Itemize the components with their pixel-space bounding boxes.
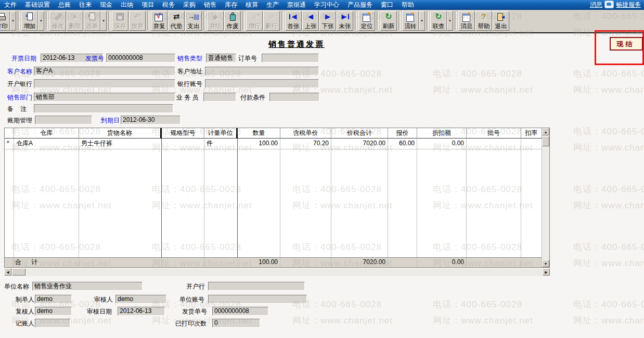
- menu-item[interactable]: 票据通: [283, 0, 310, 10]
- field-open-bank[interactable]: [208, 282, 305, 291]
- scroll-left-button[interactable]: ◀: [4, 268, 11, 276]
- field-print-count[interactable]: 0: [212, 319, 260, 328]
- toolbar-last-button[interactable]: 末张: [337, 11, 353, 31]
- field-due-date[interactable]: 2012-06-30: [121, 116, 181, 124]
- toolbar-next-button[interactable]: 下张: [319, 11, 336, 31]
- column-header-10[interactable]: 扣率: [521, 128, 542, 139]
- menu-item[interactable]: 产品服务: [343, 0, 377, 10]
- toolbar-refresh-button[interactable]: 刷新: [380, 11, 397, 31]
- toolbar-link-query-button[interactable]: 联查: [430, 11, 447, 31]
- chat-bubble-icon[interactable]: [604, 1, 614, 8]
- column-header-0[interactable]: 仓库: [14, 128, 79, 139]
- column-header-6[interactable]: 价税合计: [331, 128, 388, 139]
- toolbar-locate-button[interactable]: 定位: [358, 11, 375, 31]
- cell-6[interactable]: 7020.00: [331, 139, 388, 149]
- message-link[interactable]: 消息: [590, 1, 602, 8]
- column-header-9[interactable]: 批号: [467, 128, 521, 139]
- field-auditor[interactable]: demo: [115, 295, 166, 304]
- column-header-3[interactable]: 计量单位: [204, 128, 238, 139]
- scroll-up-button[interactable]: ▲: [542, 128, 549, 135]
- menu-item[interactable]: 往来: [75, 0, 96, 10]
- toolbar-void-button[interactable]: 作废: [224, 11, 241, 31]
- column-header-4[interactable]: 数量: [238, 128, 280, 139]
- cell-4[interactable]: 100.00: [238, 139, 280, 149]
- cell-3[interactable]: 件: [204, 139, 238, 149]
- toolbar-flow-button[interactable]: 流转: [402, 11, 419, 31]
- column-header-2[interactable]: 规格型号: [162, 128, 204, 139]
- field-bank[interactable]: [34, 79, 175, 88]
- menu-item[interactable]: 项目: [137, 0, 158, 10]
- toolbar-print-button[interactable]: 打印: [0, 11, 10, 31]
- menu-item[interactable]: 核算: [241, 0, 262, 10]
- field-order-no[interactable]: [262, 54, 319, 62]
- toolbar-unreview-button[interactable]: 弃复: [151, 11, 168, 31]
- toolbar-exit-button[interactable]: 退出: [493, 11, 509, 31]
- cell-7[interactable]: 60.00: [388, 139, 417, 149]
- toolbar-first-button[interactable]: 首张: [285, 11, 302, 31]
- menu-item[interactable]: 销售: [200, 0, 221, 10]
- field-unit-account[interactable]: [208, 295, 307, 304]
- cell-1[interactable]: 男士牛仔裤: [79, 139, 162, 149]
- column-header-7[interactable]: 报价: [388, 128, 417, 139]
- menu-item[interactable]: 现金: [96, 0, 117, 10]
- field-creator[interactable]: demo: [35, 295, 72, 304]
- field-remark[interactable]: [34, 104, 173, 113]
- menu-item[interactable]: 帮助: [397, 0, 418, 10]
- cell-10[interactable]: [521, 139, 542, 149]
- menu-item[interactable]: 总账: [54, 0, 75, 10]
- column-header-1[interactable]: 货物名称: [79, 128, 162, 139]
- field-audit-date[interactable]: 2012-06-13: [118, 307, 165, 316]
- field-invoice-no[interactable]: 0000000008: [106, 54, 175, 62]
- vertical-scroll-thumb[interactable]: [542, 136, 549, 146]
- horizontal-scroll-thumb[interactable]: [12, 268, 25, 276]
- table-row[interactable]: *仓库A男士牛仔裤件100.0070.207020.0060.000.00: [5, 139, 549, 149]
- service-link[interactable]: 畅捷服务: [616, 1, 641, 8]
- toolbar-add-dropdown[interactable]: ▼: [38, 11, 44, 31]
- toolbar-link-query-dropdown[interactable]: ▼: [447, 11, 453, 31]
- scroll-down-button[interactable]: ▼: [542, 260, 549, 267]
- field-customer-addr[interactable]: [205, 67, 319, 76]
- menu-item[interactable]: 文件: [0, 0, 21, 10]
- toolbar-flow-dropdown[interactable]: ▼: [419, 11, 425, 31]
- toolbar-message-button[interactable]: 消息: [458, 11, 475, 31]
- toolbar-payout-button[interactable]: 支出: [185, 11, 202, 31]
- cell-0[interactable]: 仓库A: [14, 139, 79, 149]
- toolbar-separator: [455, 11, 457, 30]
- menu-item[interactable]: 窗口: [377, 0, 397, 10]
- toolbar-help-button[interactable]: 帮助: [475, 11, 492, 31]
- field-sales-type[interactable]: 普通销售: [206, 54, 236, 62]
- field-bookkeeper[interactable]: [35, 319, 70, 328]
- cell-8[interactable]: 0.00: [417, 139, 467, 149]
- cell-5[interactable]: 70.20: [280, 139, 331, 149]
- field-salesman[interactable]: [203, 93, 236, 102]
- toolbar-print-dropdown[interactable]: ▼: [10, 11, 16, 31]
- toolbar-select-order-dropdown[interactable]: ▼: [100, 11, 107, 31]
- horizontal-scrollbar[interactable]: ◀ ▶: [4, 268, 550, 276]
- field-reviewer[interactable]: demo: [35, 307, 72, 316]
- menu-item[interactable]: 基础设置: [21, 0, 54, 10]
- toolbar-advance-button[interactable]: 代垫: [168, 11, 185, 31]
- menu-item[interactable]: 出纳: [117, 0, 137, 10]
- menu-item[interactable]: 库存: [221, 0, 241, 10]
- field-label-unit-account: 单位账号: [179, 296, 204, 303]
- field-payment-terms[interactable]: [269, 93, 319, 102]
- field-bank-account[interactable]: [205, 79, 319, 88]
- field-credit-mgmt[interactable]: [35, 116, 92, 124]
- column-header-5[interactable]: 含税单价: [280, 128, 331, 139]
- menu-item[interactable]: 采购: [179, 0, 200, 10]
- vertical-scrollbar[interactable]: ▲ ▼: [542, 128, 549, 267]
- field-customer-name[interactable]: 客户A: [34, 67, 175, 76]
- field-delivery-no[interactable]: 0000000008: [212, 307, 268, 316]
- menu-item[interactable]: 生产: [262, 0, 283, 10]
- cash-settle-button[interactable]: 现结: [610, 37, 643, 51]
- toolbar-add-button[interactable]: 增加: [21, 11, 38, 31]
- field-unit-name[interactable]: 销售业务作业: [32, 282, 143, 291]
- column-header-8[interactable]: 折扣额: [417, 128, 467, 139]
- scroll-right-button[interactable]: ▶: [543, 268, 550, 276]
- menu-item[interactable]: 税务: [158, 0, 179, 10]
- field-sales-dept[interactable]: 销售部: [34, 93, 175, 102]
- cell-9[interactable]: [467, 139, 521, 149]
- toolbar-prev-button[interactable]: 上张: [302, 11, 319, 31]
- menu-item[interactable]: 学习中心: [310, 0, 343, 10]
- cell-2[interactable]: [162, 139, 204, 149]
